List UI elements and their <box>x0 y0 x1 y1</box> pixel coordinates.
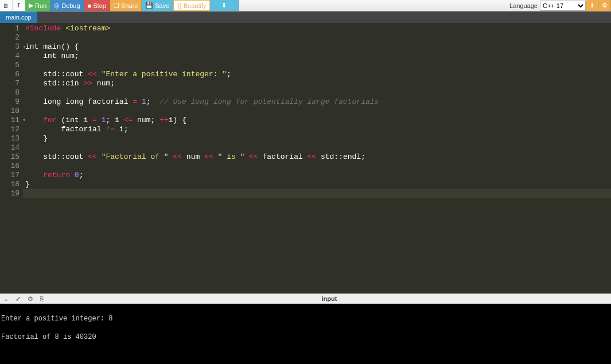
console-line: Enter a positive integer: 8 <box>1 314 610 323</box>
info-icon: ℹ <box>591 2 593 9</box>
line-number: 10 <box>0 107 23 116</box>
line-number: 3 <box>0 42 23 52</box>
line-number: 9 <box>0 97 23 107</box>
tab-bar: main.cpp <box>0 11 611 23</box>
line-number: 15 <box>0 152 23 162</box>
tab-label: main.cpp <box>6 14 32 21</box>
file-icon: 🗎 <box>3 2 9 9</box>
line-number: 1 <box>0 24 23 33</box>
line-number: 6 <box>0 70 23 79</box>
language-select[interactable]: C++ 17 <box>540 1 586 11</box>
copy-icon: ⎘ <box>40 295 44 302</box>
console-toolbar: ⌄ ⤢ ⚙ ⎘ input <box>0 293 611 304</box>
chevron-down-icon: ⌄ <box>3 295 9 302</box>
play-icon: ▶ <box>29 2 33 9</box>
share-button[interactable]: ❏Share <box>110 0 142 11</box>
save-icon: 💾 <box>145 2 153 9</box>
line-number: 14 <box>0 143 23 152</box>
tab-main-cpp[interactable]: main.cpp <box>0 11 37 23</box>
line-number: 7 <box>0 79 23 88</box>
gear-icon: ⚙ <box>28 295 33 302</box>
debug-button[interactable]: ◎Debug <box>50 0 84 11</box>
line-number: 13 <box>0 134 23 143</box>
line-number: 17 <box>0 171 23 180</box>
run-label: Run <box>35 2 46 9</box>
active-line-highlight <box>23 189 611 198</box>
language-label: Language <box>509 2 540 9</box>
gutter: 1 2 3 4 5 6 7 8 9 10 11 12 13 14 15 16 1… <box>0 23 23 293</box>
line-number: 2 <box>0 33 23 42</box>
new-file-button[interactable]: 🗎 <box>0 0 13 11</box>
run-button[interactable]: ▶Run <box>25 0 50 11</box>
stop-label: Stop <box>93 2 106 9</box>
line-number: 8 <box>0 88 23 97</box>
stop-button[interactable]: ■Stop <box>84 0 110 11</box>
console-settings-button[interactable]: ⚙ <box>24 295 37 303</box>
line-number: 18 <box>0 180 23 189</box>
copy-console-button[interactable]: ⎘ <box>37 295 48 302</box>
collapse-console-button[interactable]: ⌄ <box>0 295 12 303</box>
debug-label: Debug <box>61 2 80 9</box>
code-area[interactable]: #include <iostream> int main() { int num… <box>23 23 611 293</box>
toolbar-spacer <box>239 0 509 11</box>
expand-console-button[interactable]: ⤢ <box>12 295 24 303</box>
upload-icon: ⤒ <box>16 2 21 9</box>
gear-icon: ⚙ <box>602 2 608 9</box>
line-number: 4 <box>0 52 23 61</box>
download-button[interactable]: ⬇ <box>210 0 239 11</box>
settings-button[interactable]: ⚙ <box>598 0 611 11</box>
save-button[interactable]: 💾Save <box>142 0 173 11</box>
save-label: Save <box>155 2 169 9</box>
braces-icon: {} <box>177 2 181 9</box>
console-output[interactable]: Enter a positive integer: 8 Factorial of… <box>0 304 611 364</box>
line-number: 11 <box>0 116 23 125</box>
target-icon: ◎ <box>54 2 60 9</box>
line-number: 19 <box>0 189 23 198</box>
line-number: 16 <box>0 162 23 171</box>
console-title: input <box>48 295 611 302</box>
about-button[interactable]: ℹ <box>586 0 598 11</box>
expand-icon: ⤢ <box>15 295 21 302</box>
upload-button[interactable]: ⤒ <box>13 0 25 11</box>
share-icon: ❏ <box>114 2 119 9</box>
download-icon: ⬇ <box>221 2 227 9</box>
console-line: Factorial of 8 is 40320 <box>1 332 610 342</box>
toolbar: 🗎 ⤒ ▶Run ◎Debug ■Stop ❏Share 💾Save {}Bea… <box>0 0 611 11</box>
code-editor[interactable]: 1 2 3 4 5 6 7 8 9 10 11 12 13 14 15 16 1… <box>0 23 611 293</box>
line-number: 12 <box>0 125 23 134</box>
beautify-button[interactable]: {}Beautify <box>173 0 210 11</box>
share-label: Share <box>121 2 138 9</box>
beautify-label: Beautify <box>184 2 207 9</box>
stop-icon: ■ <box>88 2 92 9</box>
line-number: 5 <box>0 61 23 70</box>
